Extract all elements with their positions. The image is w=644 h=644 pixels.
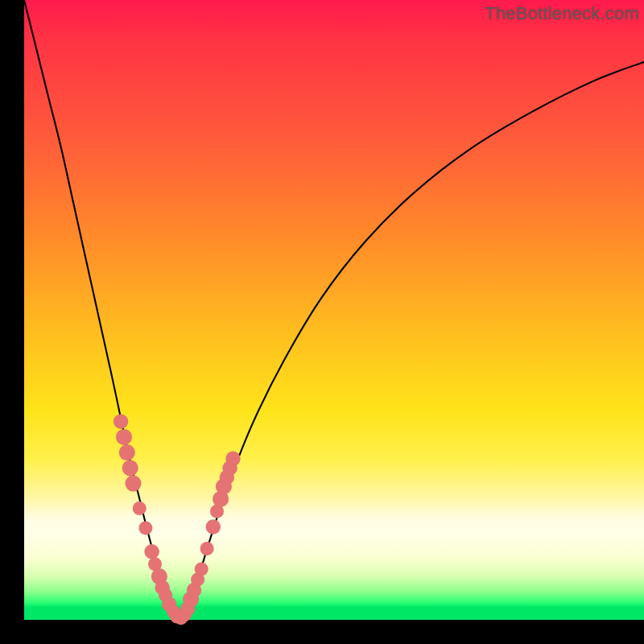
bead-marker bbox=[138, 522, 152, 535]
bead-marker bbox=[122, 460, 138, 476]
bead-marker bbox=[195, 562, 208, 576]
bead-marker bbox=[200, 542, 214, 555]
chart-frame: TheBottleneck.com bbox=[24, 0, 644, 620]
bead-marker bbox=[116, 429, 132, 445]
bottleneck-curve bbox=[24, 0, 644, 620]
bead-marker bbox=[133, 502, 147, 515]
bead-marker bbox=[206, 519, 221, 534]
bead-group bbox=[114, 414, 241, 625]
chart-svg bbox=[24, 0, 644, 620]
bead-marker bbox=[225, 452, 240, 466]
bead-marker bbox=[119, 444, 135, 460]
bead-marker bbox=[114, 414, 128, 428]
bead-marker bbox=[144, 544, 159, 559]
bead-marker bbox=[126, 476, 142, 492]
